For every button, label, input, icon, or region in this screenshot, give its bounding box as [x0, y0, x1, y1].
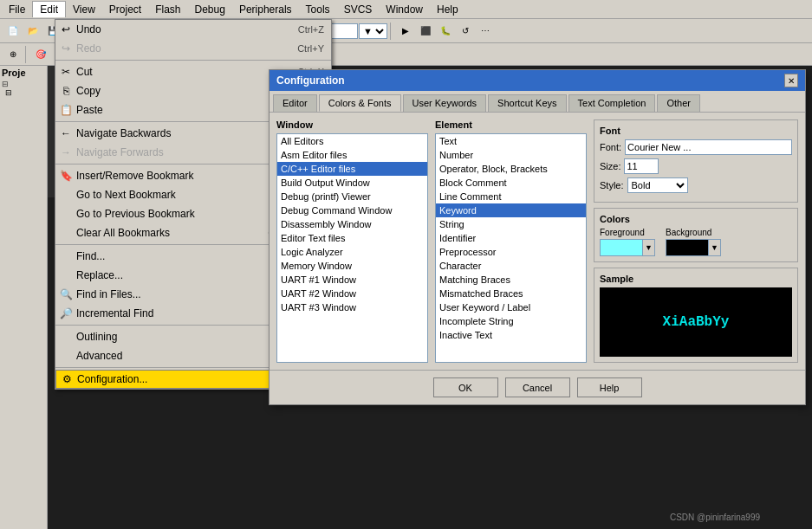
- background-arrow[interactable]: ▼: [709, 239, 721, 256]
- window-item-uart2[interactable]: UART #2 Window: [277, 287, 427, 300]
- foreground-swatch-row: ▼: [600, 239, 655, 256]
- background-group: Background ▼: [666, 228, 721, 256]
- background-swatch-row: ▼: [666, 239, 721, 256]
- dialog-footer: OK Cancel Help: [270, 370, 805, 404]
- dialog-content: Window All Editors Asm Editor files C/C+…: [270, 113, 805, 370]
- font-name-input[interactable]: [625, 139, 792, 155]
- window-section-title: Window: [276, 119, 428, 130]
- colors-title: Colors: [600, 214, 792, 224]
- element-number[interactable]: Number: [436, 148, 586, 162]
- element-user-keyword[interactable]: User Keyword / Label: [436, 300, 586, 314]
- window-list[interactable]: All Editors Asm Editor files C/C++ Edito…: [277, 134, 427, 362]
- element-string[interactable]: String: [436, 217, 586, 231]
- font-size-input[interactable]: [624, 158, 659, 174]
- element-list-container: Text Number Operator, Block, Brackets Bl…: [435, 133, 587, 363]
- tab-other[interactable]: Other: [657, 94, 700, 112]
- window-item-logic[interactable]: Logic Analyzer: [277, 245, 427, 259]
- size-label: Size:: [600, 161, 620, 171]
- background-label: Background: [666, 228, 721, 237]
- element-mismatched-braces[interactable]: Mismatched Braces: [436, 287, 586, 300]
- window-panel: Window All Editors Asm Editor files C/C+…: [276, 119, 428, 363]
- tab-text-completion[interactable]: Text Completion: [568, 94, 656, 112]
- element-text[interactable]: Text: [436, 134, 586, 148]
- foreground-arrow[interactable]: ▼: [643, 239, 655, 256]
- element-section-title: Element: [435, 119, 587, 130]
- right-panel: Font Font: Size: Style: Regular Bold: [594, 119, 798, 363]
- tab-shortcut-keys[interactable]: Shortcut Keys: [488, 94, 566, 112]
- window-item-build[interactable]: Build Output Window: [277, 176, 427, 190]
- window-item-editor-text[interactable]: Editor Text files: [277, 231, 427, 245]
- element-preprocessor[interactable]: Preprocessor: [436, 245, 586, 259]
- element-line-comment[interactable]: Line Comment: [436, 190, 586, 203]
- window-item-uart3[interactable]: UART #3 Window: [277, 300, 427, 314]
- dialog-titlebar: Configuration ✕: [270, 70, 805, 91]
- window-item-asm[interactable]: Asm Editor files: [277, 148, 427, 162]
- ok-button[interactable]: OK: [433, 377, 498, 397]
- tab-editor[interactable]: Editor: [273, 94, 317, 112]
- element-identifier[interactable]: Identifier: [436, 231, 586, 245]
- tab-colors-fonts[interactable]: Colors & Fonts: [319, 94, 401, 112]
- colors-row: Foreground ▼ Background ▼: [600, 228, 792, 256]
- element-inactive-text[interactable]: Inactive Text: [436, 328, 586, 342]
- element-character[interactable]: Character: [436, 259, 586, 273]
- font-section-title: Font: [600, 126, 792, 136]
- foreground-group: Foreground ▼: [600, 228, 655, 256]
- element-list[interactable]: Text Number Operator, Block, Brackets Bl…: [436, 134, 586, 362]
- configuration-dialog: Configuration ✕ Editor Colors & Fonts Us…: [269, 69, 806, 405]
- sample-box: XiAaBbYy: [600, 287, 792, 357]
- background-swatch[interactable]: [666, 239, 709, 256]
- sample-text: XiAaBbYy: [663, 314, 730, 330]
- window-item-all-editors[interactable]: All Editors: [277, 134, 427, 148]
- foreground-label: Foreground: [600, 228, 655, 237]
- dialog-close-button[interactable]: ✕: [784, 74, 798, 87]
- font-section: Font Font: Size: Style: Regular Bold: [594, 119, 798, 203]
- window-item-disasm[interactable]: Disassembly Window: [277, 217, 427, 231]
- element-panel: Element Text Number Operator, Block, Bra…: [435, 119, 587, 363]
- dialog-overlay: Configuration ✕ Editor Colors & Fonts Us…: [0, 0, 812, 529]
- element-operator[interactable]: Operator, Block, Brackets: [436, 162, 586, 176]
- help-button[interactable]: Help: [577, 377, 642, 397]
- dialog-tabs: Editor Colors & Fonts User Keywords Shor…: [270, 91, 805, 113]
- sample-section: Sample XiAaBbYy: [594, 268, 798, 363]
- font-label: Font:: [600, 142, 621, 152]
- tab-user-keywords[interactable]: User Keywords: [403, 94, 487, 112]
- window-item-debug-printf[interactable]: Debug (printf) Viewer: [277, 190, 427, 203]
- element-matching-braces[interactable]: Matching Braces: [436, 273, 586, 287]
- window-item-cpp[interactable]: C/C++ Editor files: [277, 162, 427, 176]
- cancel-button[interactable]: Cancel: [505, 377, 570, 397]
- element-block-comment[interactable]: Block Comment: [436, 176, 586, 190]
- window-list-container: All Editors Asm Editor files C/C++ Edito…: [276, 133, 428, 363]
- font-name-row: Font:: [600, 139, 792, 155]
- foreground-swatch[interactable]: [600, 239, 643, 256]
- sample-title: Sample: [600, 274, 792, 284]
- window-item-uart1[interactable]: UART #1 Window: [277, 273, 427, 287]
- watermark: CSDN @pininfarina999: [670, 513, 760, 522]
- style-label: Style:: [600, 180, 624, 190]
- window-item-memory[interactable]: Memory Window: [277, 259, 427, 273]
- element-keyword[interactable]: Keyword: [436, 203, 586, 217]
- font-style-select[interactable]: Regular Bold Italic Bold Italic: [627, 177, 688, 193]
- font-style-row: Style: Regular Bold Italic Bold Italic: [600, 177, 792, 193]
- element-incomplete-string[interactable]: Incomplete String: [436, 314, 586, 328]
- dialog-title: Configuration: [276, 74, 345, 87]
- colors-section: Colors Foreground ▼ Background: [594, 208, 798, 262]
- window-item-debug-cmd[interactable]: Debug Command Window: [277, 203, 427, 217]
- font-size-row: Size:: [600, 158, 792, 174]
